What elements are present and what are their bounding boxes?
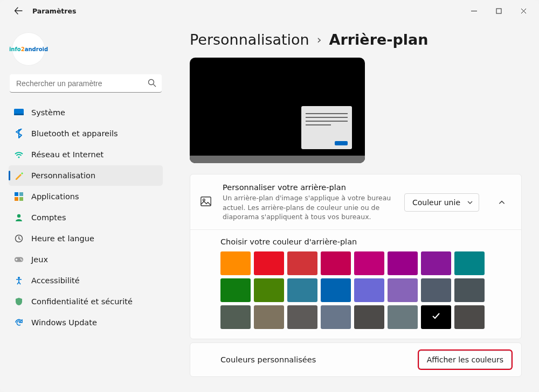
search-input[interactable] (10, 74, 162, 93)
breadcrumb-separator: › (317, 33, 322, 46)
svg-rect-8 (19, 197, 23, 201)
minimize-button[interactable] (461, 2, 486, 19)
color-swatch[interactable] (321, 251, 351, 275)
titlebar: Paramètres (0, 0, 539, 22)
minimize-icon (471, 8, 477, 14)
search-box (10, 74, 162, 93)
view-colors-button[interactable]: Afficher les couleurs (419, 351, 512, 369)
sidebar-item-label: Confidentialité et sécurité (31, 297, 133, 306)
svg-point-16 (203, 199, 205, 201)
main-panel: Personnalisation › Arrière-plan Person (167, 27, 534, 392)
color-swatch[interactable] (421, 305, 451, 329)
bg-type-dropdown[interactable]: Couleur unie (404, 193, 479, 212)
personalization-icon (14, 171, 24, 180)
svg-point-9 (17, 214, 20, 218)
sidebar-item-accessibility[interactable]: Accessibilité (9, 270, 163, 291)
sidebar-item-update[interactable]: Windows Update (9, 312, 163, 333)
color-swatch-grid (220, 251, 512, 329)
color-swatch[interactable] (287, 305, 317, 329)
preview-window (301, 106, 352, 149)
sidebar-item-label: Système (31, 108, 65, 117)
close-button[interactable] (511, 2, 536, 19)
color-swatch[interactable] (388, 251, 418, 275)
system-icon (14, 108, 24, 117)
custom-colors-row: Couleurs personnalisées Afficher les cou… (190, 342, 522, 377)
sidebar: info2android SystèmeBluetooth et apparei… (5, 27, 167, 392)
color-swatch[interactable] (321, 278, 351, 302)
sidebar-item-time[interactable]: Heure et langue (9, 228, 163, 249)
color-swatch[interactable] (287, 251, 317, 275)
color-swatch[interactable] (321, 305, 351, 329)
sidebar-item-label: Heure et langue (31, 234, 94, 243)
svg-rect-7 (15, 197, 18, 201)
window-title: Paramètres (32, 7, 76, 15)
sidebar-item-label: Bluetooth et appareils (31, 129, 118, 138)
color-swatch[interactable] (220, 251, 251, 275)
arrow-left-icon (14, 6, 23, 15)
color-swatch[interactable] (388, 305, 418, 329)
color-swatch[interactable] (454, 305, 485, 329)
color-swatch[interactable] (354, 305, 384, 329)
breadcrumb-current: Arrière-plan (329, 31, 429, 48)
svg-rect-6 (19, 192, 23, 196)
maximize-button[interactable] (486, 2, 511, 19)
update-icon (14, 318, 24, 327)
svg-point-14 (18, 277, 20, 279)
content-area: info2android SystèmeBluetooth et apparei… (0, 22, 539, 392)
sidebar-item-label: Applications (31, 192, 79, 201)
svg-point-1 (149, 80, 154, 85)
color-swatch[interactable] (354, 278, 384, 302)
sidebar-item-bluetooth[interactable]: Bluetooth et appareils (9, 123, 163, 144)
account-avatar[interactable]: info2android (12, 32, 45, 66)
sidebar-item-system[interactable]: Système (9, 102, 163, 123)
back-button[interactable] (10, 2, 27, 19)
svg-point-12 (20, 258, 22, 260)
color-swatch[interactable] (254, 251, 284, 275)
svg-rect-15 (201, 197, 211, 206)
custom-colors-label: Couleurs personnalisées (220, 355, 316, 364)
color-picker-section: Choisir votre couleur d'arrière-plan (190, 229, 521, 339)
svg-point-4 (18, 157, 20, 158)
privacy-icon (14, 297, 24, 306)
color-swatch[interactable] (254, 305, 284, 329)
sidebar-item-label: Accessibilité (31, 276, 80, 285)
color-swatch[interactable] (254, 278, 284, 302)
dropdown-value: Couleur unie (412, 198, 460, 207)
color-swatch[interactable] (454, 251, 485, 275)
color-swatch[interactable] (388, 278, 418, 302)
network-icon (14, 150, 24, 159)
check-icon (431, 311, 441, 323)
bg-card-title: Personnaliser votre arrière-plan (223, 183, 395, 192)
breadcrumb: Personnalisation › Arrière-plan (190, 31, 522, 48)
apps-icon (14, 192, 24, 201)
svg-rect-0 (496, 9, 501, 13)
sidebar-item-privacy[interactable]: Confidentialité et sécurité (9, 291, 163, 312)
accessibility-icon (14, 276, 24, 285)
color-swatch[interactable] (287, 278, 317, 302)
sidebar-item-personalization[interactable]: Personnalisation (9, 165, 163, 186)
color-swatch[interactable] (454, 278, 485, 302)
bluetooth-icon (14, 129, 24, 138)
color-swatch[interactable] (220, 305, 251, 329)
desktop-preview (190, 58, 365, 163)
sidebar-item-apps[interactable]: Applications (9, 186, 163, 207)
window-controls (461, 2, 536, 19)
expand-toggle[interactable] (492, 193, 512, 212)
sidebar-item-accounts[interactable]: Comptes (9, 207, 163, 228)
sidebar-item-gaming[interactable]: Jeux (9, 249, 163, 270)
settings-window: Paramètres info2android Syst (0, 0, 539, 392)
color-swatch[interactable] (421, 251, 451, 275)
maximize-icon (496, 8, 502, 14)
background-card: Personnaliser votre arrière-plan Un arri… (190, 174, 522, 339)
breadcrumb-parent[interactable]: Personnalisation (190, 31, 309, 48)
nav-list: SystèmeBluetooth et appareilsRéseau et I… (9, 102, 163, 333)
gaming-icon (14, 255, 24, 264)
bg-card-desc: Un arrière-plan d'image s'applique à vot… (223, 193, 395, 222)
sidebar-item-label: Comptes (31, 213, 66, 222)
color-swatch[interactable] (421, 278, 451, 302)
sidebar-item-label: Réseau et Internet (31, 150, 103, 159)
color-section-label: Choisir votre couleur d'arrière-plan (220, 237, 512, 246)
color-swatch[interactable] (354, 251, 384, 275)
color-swatch[interactable] (220, 278, 251, 302)
sidebar-item-network[interactable]: Réseau et Internet (9, 144, 163, 165)
